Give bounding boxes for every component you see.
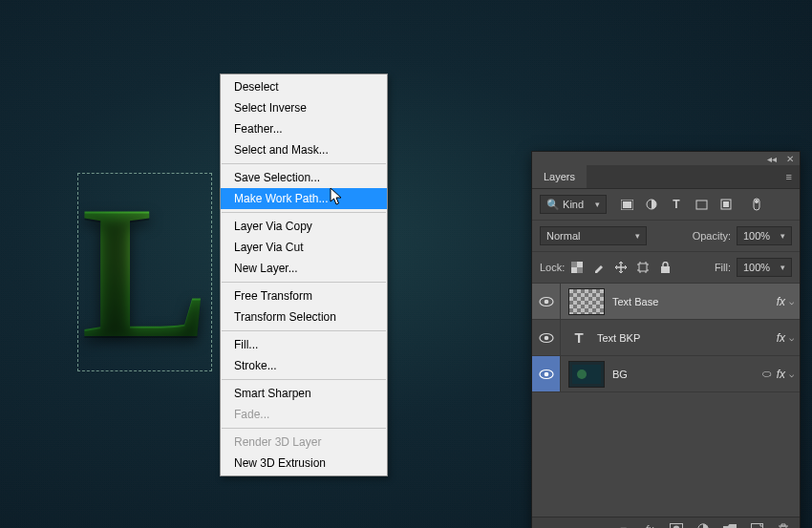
close-icon[interactable]: ✕ (786, 154, 794, 164)
visibility-toggle[interactable] (532, 356, 561, 391)
layer-name[interactable]: BG (612, 369, 762, 380)
svg-point-14 (544, 299, 548, 304)
fill-label: Fill: (715, 262, 731, 273)
collapse-icon[interactable]: ◂◂ (767, 154, 777, 164)
panel-menu-icon[interactable]: ≡ (779, 165, 800, 188)
layers-list: Text Base fx ⌵ T Text BKP fx ⌵ BG ⬭ fx ⌵ (532, 284, 800, 517)
lock-row: Lock: Fill: 100%▾ (532, 252, 800, 284)
menu-item-free-transform[interactable]: Free Transform (221, 285, 387, 306)
lock-label: Lock: (540, 262, 565, 273)
layer-style-icon[interactable]: fx (643, 522, 656, 528)
layer-row-text-base[interactable]: Text Base fx ⌵ (532, 284, 800, 320)
svg-point-20 (577, 370, 587, 379)
svg-point-7 (755, 200, 759, 203)
menu-item-layer-via-copy[interactable]: Layer Via Copy (221, 216, 387, 237)
opacity-input[interactable]: 100%▾ (737, 226, 792, 245)
layers-panel-footer: ⬭ fx (532, 517, 800, 528)
svg-rect-1 (623, 201, 631, 208)
menu-item-stroke[interactable]: Stroke... (221, 355, 387, 376)
svg-rect-9 (571, 262, 577, 267)
visibility-toggle[interactable] (532, 320, 561, 355)
layer-mask-icon[interactable] (670, 522, 683, 528)
svg-rect-12 (661, 266, 670, 273)
layer-filter-row: 🔍 Kind▾ T (532, 189, 800, 221)
menu-item-deselect[interactable]: Deselect (221, 76, 387, 97)
menu-item-smart-sharpen[interactable]: Smart Sharpen (221, 383, 387, 404)
filter-pixel-icon[interactable] (620, 198, 633, 211)
menu-separator (222, 330, 386, 331)
menu-item-new-layer[interactable]: New Layer... (221, 258, 387, 279)
fill-input[interactable]: 100%▾ (737, 258, 792, 277)
link-icon[interactable]: ⬭ (762, 368, 771, 380)
type-layer-icon[interactable]: T (568, 325, 589, 351)
tab-layers[interactable]: Layers (532, 165, 587, 188)
layer-row-text-bkp[interactable]: T Text BKP fx ⌵ (532, 320, 800, 356)
lock-transparency-icon[interactable] (570, 261, 584, 274)
adjustment-layer-icon[interactable] (696, 522, 710, 528)
link-layers-icon[interactable]: ⬭ (616, 522, 630, 528)
menu-item-select-and-mask[interactable]: Select and Mask... (221, 139, 387, 160)
menu-separator (222, 212, 386, 213)
layer-name[interactable]: Text BKP (597, 332, 777, 344)
menu-item-transform-selection[interactable]: Transform Selection (221, 306, 387, 327)
menu-item-make-work-path[interactable]: Make Work Path... (221, 188, 387, 209)
layer-thumbnail[interactable] (568, 288, 605, 315)
menu-item-fade: Fade... (221, 404, 387, 425)
filter-toggle-icon[interactable] (750, 198, 763, 211)
svg-point-16 (544, 335, 548, 340)
menu-separator (222, 428, 386, 429)
group-icon[interactable] (723, 522, 737, 528)
fx-badge[interactable]: fx (777, 368, 785, 381)
filter-smart-icon[interactable] (719, 198, 733, 211)
layer-thumbnail[interactable] (568, 361, 605, 388)
svg-rect-5 (723, 201, 729, 207)
layers-panel: ◂◂ ✕ Layers ≡ 🔍 Kind▾ T Normal▾ Opacity:… (531, 151, 801, 528)
opacity-label: Opacity: (693, 230, 731, 242)
menu-item-layer-via-cut[interactable]: Layer Via Cut (221, 237, 387, 258)
lock-all-icon[interactable] (658, 261, 672, 274)
chevron-down-icon[interactable]: ⌵ (789, 297, 794, 306)
selection-marching-ants (77, 173, 212, 371)
menu-separator (222, 163, 386, 164)
menu-item-render-3d-layer: Render 3D Layer (221, 432, 387, 453)
menu-separator (222, 379, 386, 380)
menu-item-select-inverse[interactable]: Select Inverse (221, 97, 387, 118)
filter-kind-dropdown[interactable]: 🔍 Kind▾ (540, 195, 607, 214)
fx-badge[interactable]: fx (777, 331, 785, 345)
menu-item-feather[interactable]: Feather... (221, 118, 387, 139)
lock-position-icon[interactable] (614, 261, 628, 274)
panel-titlebar: ◂◂ ✕ (532, 152, 800, 165)
blend-row: Normal▾ Opacity: 100%▾ (532, 221, 800, 252)
chevron-down-icon[interactable]: ⌵ (789, 333, 794, 343)
svg-rect-11 (639, 264, 647, 271)
new-layer-icon[interactable] (750, 522, 763, 528)
delete-layer-icon[interactable] (777, 522, 790, 528)
svg-point-18 (544, 371, 548, 376)
layer-name[interactable]: Text Base (612, 296, 777, 307)
menu-separator (222, 282, 386, 283)
filter-shape-icon[interactable] (694, 198, 708, 211)
menu-item-fill[interactable]: Fill... (221, 334, 387, 355)
chevron-down-icon[interactable]: ⌵ (789, 370, 794, 379)
layer-row-bg[interactable]: BG ⬭ fx ⌵ (532, 356, 800, 392)
menu-item-new-3d-extrusion[interactable]: New 3D Extrusion (221, 453, 387, 474)
lock-pixels-icon[interactable] (592, 261, 606, 274)
svg-rect-10 (577, 267, 583, 273)
visibility-toggle[interactable] (532, 284, 561, 319)
blend-mode-dropdown[interactable]: Normal▾ (540, 226, 647, 245)
context-menu: Deselect Select Inverse Feather... Selec… (220, 74, 388, 476)
svg-rect-3 (696, 201, 707, 209)
filter-type-icon[interactable]: T (670, 198, 683, 211)
fx-badge[interactable]: fx (777, 295, 785, 308)
menu-item-save-selection[interactable]: Save Selection... (221, 167, 387, 188)
filter-adjustment-icon[interactable] (645, 198, 658, 211)
lock-artboard-icon[interactable] (636, 261, 650, 274)
